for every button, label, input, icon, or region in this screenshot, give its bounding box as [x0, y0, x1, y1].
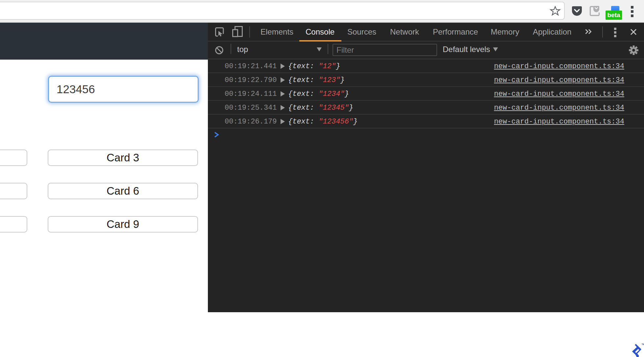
svg-text:TM: TM: [642, 343, 644, 345]
